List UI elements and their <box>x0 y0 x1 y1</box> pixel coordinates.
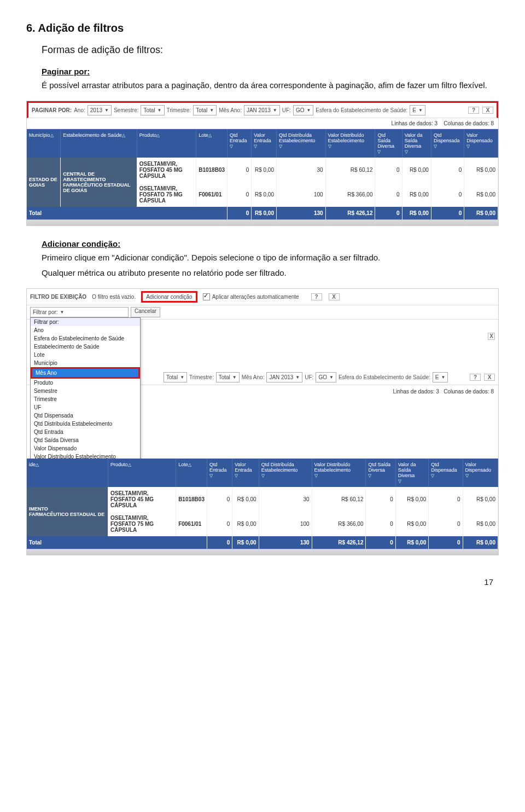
col-qtd-saida-2[interactable]: Qtd Saída Diversa▽ <box>366 459 395 487</box>
ano-select[interactable]: 2013▼ <box>88 105 112 115</box>
col-valor-saida[interactable]: Valor da Saída Diversa▽ <box>402 129 431 158</box>
col-qtd-disp-2[interactable]: Qtd Dispensada▽ <box>429 459 463 487</box>
col-qtd-saida[interactable]: Qtd Saída Diversa▽ <box>375 129 402 158</box>
close-icon[interactable]: X <box>487 333 495 339</box>
stats-bar: Linhas de dados: 3 Colunas de dados: 8 <box>27 118 498 129</box>
col-estab-partial[interactable]: ide△ <box>27 459 108 487</box>
heading-text: Adição de filtros <box>38 22 124 34</box>
cell-qp: 0 <box>431 182 464 207</box>
cell-qe: 0 <box>228 182 252 207</box>
cols-label: Colunas de dados: <box>444 120 489 126</box>
trimestre-value: Total <box>196 107 207 113</box>
col-produto-2[interactable]: Produto△ <box>108 459 176 487</box>
dropdown-item[interactable]: Lote <box>31 351 140 359</box>
caret-icon: ▼ <box>60 310 65 315</box>
cell-vs: R$ 0,00 <box>402 158 431 182</box>
section-heading: 6. Adição de filtros <box>26 22 499 34</box>
dropdown-item[interactable]: Valor Distribuído Estabelecimento <box>31 453 140 459</box>
dropdown-item[interactable]: Ano <box>31 326 140 334</box>
uf-value: GO <box>296 107 305 113</box>
semestre-select[interactable]: Total▼ <box>141 105 164 115</box>
col-produto[interactable]: Produto△ <box>137 129 196 158</box>
dropdown-item[interactable]: Valor Dispensado <box>31 444 140 453</box>
cancelar-button[interactable]: Cancelar <box>131 307 160 317</box>
cell-ve: R$ 0,00 <box>232 512 259 536</box>
col-qtd-dist-2[interactable]: Qtd Distribuída Estabelecimento▽ <box>259 459 312 487</box>
scrollbar[interactable] <box>27 219 498 225</box>
uf-select-2[interactable]: GO▼ <box>316 372 336 382</box>
cell-qd: 30 <box>259 487 312 512</box>
dropdown-item[interactable]: Município <box>31 359 140 367</box>
caret-icon: ▼ <box>158 108 162 113</box>
dropdown-item[interactable]: Qtd Saída Diversa <box>31 436 140 444</box>
paginar-title: PAGINAR POR: <box>32 107 72 113</box>
col-qtd-entrada-2[interactable]: Qtd Entrada▽ <box>207 459 232 487</box>
linhas-label: Linhas de dados: <box>392 120 433 126</box>
esfera-select[interactable]: E▼ <box>410 105 425 115</box>
cell-vs: R$ 0,00 <box>402 182 431 207</box>
col-estab[interactable]: Estabelecimento de Saúde△ <box>61 129 137 158</box>
dropdown-item[interactable]: Qtd Entrada <box>31 428 140 436</box>
cell-qp: 0 <box>431 158 464 182</box>
total-vp: R$ 0,00 <box>464 207 498 219</box>
col-qtd-entrada[interactable]: Qtd Entrada▽ <box>228 129 252 158</box>
total-qs: 0 <box>375 207 402 219</box>
trimestre-value-2: Total <box>219 374 230 380</box>
trimestre-select[interactable]: Total▼ <box>193 105 217 115</box>
col-lote-2[interactable]: Lote△ <box>176 459 207 487</box>
col-valor-disp[interactable]: Valor Dispensado▽ <box>464 129 498 158</box>
dropdown-item[interactable]: Esfera do Estabelecimento de Saúde <box>31 334 140 343</box>
dropdown-item[interactable]: Qtd Dispensada <box>31 411 140 420</box>
mesano-label: Mês Ano: <box>219 107 242 113</box>
dropdown-item[interactable]: Filtrar por: <box>31 318 140 326</box>
semestre-select-2[interactable]: Total▼ <box>164 372 187 382</box>
close-icon[interactable]: X <box>482 107 493 114</box>
dropdown-item[interactable]: Qtd Distribuída Estabelecimento <box>31 420 140 428</box>
dropdown-item[interactable]: Trimestre <box>31 395 140 403</box>
col-municipio[interactable]: Município△ <box>27 129 61 158</box>
dropdown-item[interactable]: Produto <box>31 379 140 387</box>
scrollbar-2[interactable] <box>27 549 498 555</box>
col-qtd-disp[interactable]: Qtd Dispensada▽ <box>431 129 464 158</box>
auto-apply-label: Aplicar alterações automaticamente <box>212 294 299 300</box>
esfera-select-2[interactable]: E▼ <box>433 372 448 382</box>
mesano-select-2[interactable]: JAN 2013▼ <box>266 372 302 382</box>
col-valor-saida-2[interactable]: Valor da Saída Diversa▽ <box>395 459 429 487</box>
col-valor-entrada-2[interactable]: Valor Entrada▽ <box>232 459 259 487</box>
adicionar-text2: Qualquer métrica ou atributo presente no… <box>42 267 499 280</box>
total-vd: R$ 426,12 <box>325 207 375 219</box>
help-icon[interactable]: ? <box>470 374 481 381</box>
stats-bar-2: Linhas de dados: 3 Colunas de dados: 8 <box>388 386 498 397</box>
dropdown-item[interactable]: UF <box>31 403 140 411</box>
cell-vd: R$ 60,12 <box>325 158 375 182</box>
cell-vp: R$ 0,00 <box>464 182 498 207</box>
col-lote[interactable]: Lote△ <box>196 129 228 158</box>
col-valor-dist-2[interactable]: Valor Distribuído Estabelecimento▽ <box>312 459 366 487</box>
uf-select[interactable]: GO▼ <box>293 105 313 115</box>
dropdown-item[interactable]: Semestre <box>31 387 140 395</box>
dropdown-item[interactable]: Estabelecimento de Saúde <box>31 343 140 351</box>
heading-number: 6. <box>26 22 36 34</box>
paginar-bar: PAGINAR POR: Ano: 2013▼ Semestre: Total▼… <box>27 101 498 118</box>
table-row: ESTADO DE GOIAS CENTRAL DE ABASTECIMENTO… <box>27 158 498 182</box>
trimestre-select-2[interactable]: Total▼ <box>216 372 240 382</box>
auto-apply-checkbox[interactable]: Aplicar alterações automaticamente <box>203 293 299 300</box>
cell-qp: 0 <box>429 512 463 536</box>
mesano-select[interactable]: JAN 2013▼ <box>244 105 280 115</box>
col-valor-disp-2[interactable]: Valor Dispensado▽ <box>463 459 498 487</box>
close-icon[interactable]: X <box>484 374 495 381</box>
add-condition-button[interactable]: Adicionar condição <box>141 291 197 303</box>
dropdown-list[interactable]: Filtrar por:AnoEsfera do Estabelecimento… <box>30 317 141 459</box>
close-icon[interactable]: X <box>329 293 340 300</box>
cell-ve: R$ 0,00 <box>252 158 277 182</box>
help-icon[interactable]: ? <box>468 107 479 114</box>
linhas-value-2: 3 <box>436 388 439 395</box>
col-valor-entrada[interactable]: Valor Entrada▽ <box>252 129 277 158</box>
dropdown-item[interactable]: Mês Ano <box>31 367 140 379</box>
col-valor-dist[interactable]: Valor Distribuído Estabelecimento▽ <box>325 129 375 158</box>
cell-ve: R$ 0,00 <box>252 182 277 207</box>
filtrar-por-select[interactable]: Filtrar por: ▼ <box>30 307 129 317</box>
help-icon[interactable]: ? <box>311 293 322 300</box>
caret-icon: ▼ <box>104 108 109 113</box>
col-qtd-dist[interactable]: Qtd Distribuída Estabelecimento▽ <box>277 129 326 158</box>
